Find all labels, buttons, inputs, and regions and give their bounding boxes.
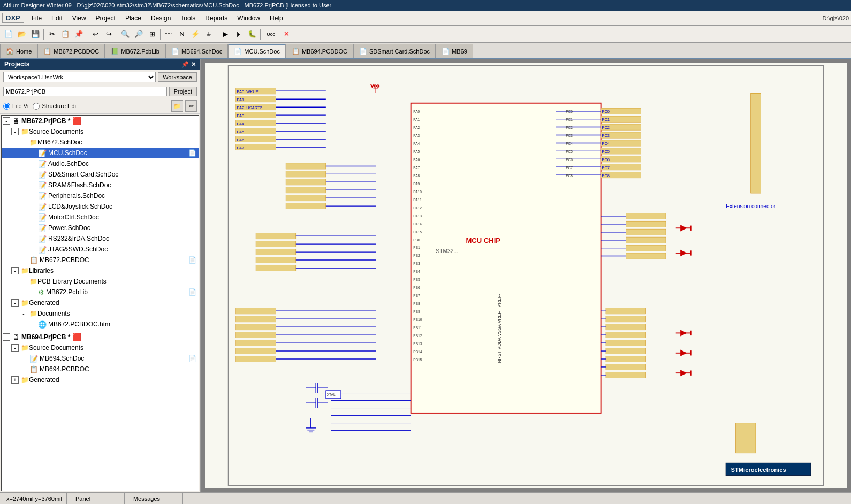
expand-source-docs[interactable]: - xyxy=(11,128,19,135)
tree-label-sdsmartcard-schdoc: SD&Smart Card.SchDoc xyxy=(48,171,118,178)
workspace-button[interactable]: Workspace xyxy=(158,72,197,82)
wire-btn[interactable]: 〰 xyxy=(162,28,175,41)
expand-mb672-schdoc[interactable]: - xyxy=(20,139,27,146)
tab-mb694-schdoc[interactable]: 📄 MB694.SchDoc xyxy=(165,44,228,58)
tab-mb672-pcblib[interactable]: 📗 MB672.PcbLib xyxy=(105,44,165,58)
view-icon-btn-2[interactable]: ✏ xyxy=(185,100,197,112)
tree-item-sramflash-schdoc[interactable]: 📝 SRAM&Flash.SchDoc xyxy=(2,180,199,190)
tree-item-mb694-schdoc[interactable]: 📝 MB694.SchDoc 📄 xyxy=(2,353,199,364)
schematic-canvas[interactable]: MCU CHIP STM32... xyxy=(205,63,847,488)
menu-reports[interactable]: Reports xyxy=(201,13,232,24)
cut-btn[interactable]: ✂ xyxy=(45,28,58,41)
project-tree[interactable]: - 🖥 MB672.PrjPCB * 🟥 - 📁 Source Document… xyxy=(1,115,199,491)
tab-mb69[interactable]: 📄 MB69 xyxy=(436,44,473,58)
tree-item-motorctrl-schdoc[interactable]: 📝 MotorCtrl.SchDoc xyxy=(2,212,199,223)
tree-item-mb672-schdoc-folder[interactable]: - 📁 MB672.SchDoc xyxy=(2,137,199,148)
tree-item-lcdjoystick-schdoc[interactable]: 📝 LCD&Joystick.SchDoc xyxy=(2,201,199,212)
expand-mb672[interactable]: - xyxy=(3,117,10,125)
ucc-btn[interactable]: Ucc xyxy=(262,28,279,41)
file-view-input[interactable] xyxy=(3,103,10,110)
zoom-in-btn[interactable]: 🔍 xyxy=(119,28,132,41)
dxp-logo[interactable]: DXP xyxy=(2,13,24,23)
tree-item-mb694-pcbdoc[interactable]: 📋 MB694.PCBDOC xyxy=(2,364,199,375)
tree-item-jtagswd-schdoc[interactable]: 📝 JTAG&SWD.SchDoc xyxy=(2,244,199,255)
menu-tools[interactable]: Tools xyxy=(176,13,200,24)
panel-close-icon[interactable]: ✕ xyxy=(191,61,196,68)
struct-view-radio[interactable]: Structure Edi xyxy=(33,103,76,110)
tab-mb672-pcbdoc[interactable]: 📋 MB672.PCBDOC xyxy=(37,44,105,58)
power-btn[interactable]: ⚡ xyxy=(189,28,202,41)
tree-item-libraries[interactable]: - 📁 Libraries xyxy=(2,265,199,276)
undo-btn[interactable]: ↩ xyxy=(89,28,102,41)
zoom-out-btn[interactable]: 🔎 xyxy=(132,28,145,41)
tree-item-source-docs[interactable]: - 📁 Source Documents xyxy=(2,126,199,137)
tree-item-mb672-pcblib[interactable]: ⚙ MB672.PcbLib 📄 xyxy=(2,287,199,297)
menu-place[interactable]: Place xyxy=(121,13,146,24)
project-input[interactable] xyxy=(3,87,167,96)
compile-btn[interactable]: ▶ xyxy=(219,28,232,41)
tree-item-gen-documents[interactable]: - 📁 Documents xyxy=(2,308,199,319)
expand-pcb-lib-docs[interactable]: - xyxy=(20,278,27,285)
expand-gen-documents[interactable]: - xyxy=(20,310,27,317)
schematic-area[interactable]: MCU CHIP STM32... xyxy=(201,59,851,492)
status-section-main[interactable]: x=2740mil y=3760mil xyxy=(2,493,67,504)
tree-item-generated[interactable]: - 📁 Generated xyxy=(2,297,199,308)
panel-pin-icon[interactable]: 📌 xyxy=(181,61,189,68)
tree-item-rs232irda-schdoc[interactable]: 📝 RS232&IrDA.SchDoc xyxy=(2,233,199,244)
tree-item-generated-694[interactable]: + 📁 Generated xyxy=(2,375,199,385)
schematic-svg: MCU CHIP STM32... xyxy=(205,63,847,488)
net-btn[interactable]: N xyxy=(176,28,188,41)
copy-btn[interactable]: 📋 xyxy=(59,28,72,41)
tab-mb694-pcbdoc[interactable]: 📋 MB694.PCBDOC xyxy=(286,44,353,58)
svg-rect-31 xyxy=(256,249,296,255)
expand-generated[interactable]: - xyxy=(11,299,19,307)
menu-view[interactable]: View xyxy=(68,13,90,24)
redo-btn[interactable]: ↪ xyxy=(102,28,115,41)
tree-item-peripherals-schdoc[interactable]: 📝 Peripherals.SchDoc xyxy=(2,190,199,201)
tree-item-mb672-pcbdoc-htm[interactable]: 🌐 MB672.PCBDOC.htm xyxy=(2,319,199,330)
status-section-messages[interactable]: Messages xyxy=(129,493,183,504)
open-btn[interactable]: 📂 xyxy=(16,28,28,41)
tab-home-label: Home xyxy=(16,48,32,55)
menu-file[interactable]: File xyxy=(27,13,46,24)
file-view-radio[interactable]: File Vi xyxy=(3,103,28,110)
svg-text:PA0_WKUP: PA0_WKUP xyxy=(237,89,259,94)
expand-source-docs-694[interactable]: - xyxy=(11,344,19,352)
tree-label-generated: Generated xyxy=(29,299,59,307)
gnd-btn[interactable]: ⏚ xyxy=(202,28,215,41)
project-button[interactable]: Project xyxy=(169,87,197,96)
tree-item-mb672-prjpcb[interactable]: - 🖥 MB672.PrjPCB * 🟥 xyxy=(2,116,199,126)
new-btn[interactable]: 📄 xyxy=(2,28,15,41)
run-btn[interactable]: ⏵ xyxy=(232,28,245,41)
struct-view-input[interactable] xyxy=(33,103,40,110)
paste-btn[interactable]: 📌 xyxy=(72,28,85,41)
schdoc-icon-mb694: 📝 xyxy=(29,355,38,363)
menu-window[interactable]: Window xyxy=(233,13,264,24)
tree-item-power-schdoc[interactable]: 📝 Power.SchDoc xyxy=(2,223,199,233)
expand-generated-694[interactable]: + xyxy=(11,376,19,384)
view-icon-btn-1[interactable]: 📁 xyxy=(171,100,183,112)
tree-item-sdsmartcard-schdoc[interactable]: 📝 SD&Smart Card.SchDoc xyxy=(2,169,199,180)
tree-item-audio-schdoc[interactable]: 📝 Audio.SchDoc xyxy=(2,158,199,169)
tab-sdsmartcard-schdoc[interactable]: 📄 SDSmart Card.SchDoc xyxy=(353,44,436,58)
save-btn[interactable]: 💾 xyxy=(29,28,42,41)
debug-btn[interactable]: 🐛 xyxy=(246,28,259,41)
menu-edit[interactable]: Edit xyxy=(47,13,67,24)
workspace-select[interactable]: Workspace1.DsnWrk xyxy=(3,72,156,82)
tree-item-mcu-schdoc[interactable]: 📝 MCU.SchDoc 📄 xyxy=(2,148,199,158)
menu-project[interactable]: Project xyxy=(92,13,120,24)
tab-home[interactable]: 🏠 Home xyxy=(0,44,37,58)
expand-libraries[interactable]: - xyxy=(11,267,19,274)
menu-help[interactable]: Help xyxy=(265,13,287,24)
tab-mcu-schdoc[interactable]: 📄 MCU.SchDoc xyxy=(228,44,286,58)
tree-item-mb694-prjpcb[interactable]: - 🖥 MB694.PrjPCB * 🟥 xyxy=(2,332,199,342)
tree-item-source-docs-694[interactable]: - 📁 Source Documents xyxy=(2,342,199,353)
expand-mb694[interactable]: - xyxy=(3,333,10,341)
fit-btn[interactable]: ⊞ xyxy=(146,28,158,41)
menu-design[interactable]: Design xyxy=(147,13,175,24)
close-btn[interactable]: ✕ xyxy=(280,28,293,41)
tree-item-mb672-pcbdoc[interactable]: 📋 MB672.PCBDOC 📄 xyxy=(2,255,199,265)
tree-item-pcb-lib-docs[interactable]: - 📁 PCB Library Documents xyxy=(2,276,199,287)
tree-label-source-docs-694: Source Documents xyxy=(29,344,83,352)
status-section-panel[interactable]: Panel xyxy=(71,493,125,504)
